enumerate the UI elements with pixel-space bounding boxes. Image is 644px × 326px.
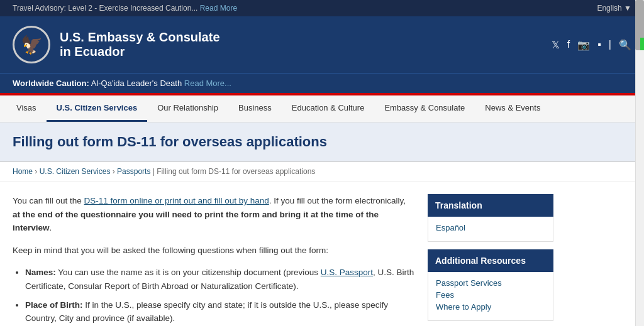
worldwide-caution-bar: Worldwide Caution: Al-Qa'ida Leader's De… [0,73,644,93]
divider: | [609,39,611,50]
list-item-place-of-birth: Place of Birth: If in the U.S., please s… [25,298,415,325]
worldwide-caution-read-more[interactable]: Read More... [184,79,231,88]
embassy-title: U.S. Embassy & Consulatein Ecuador [60,30,220,59]
where-to-apply-link[interactable]: Where to Apply [436,302,545,312]
travel-advisory-read-more[interactable]: Read More [200,4,237,13]
passport-services-link[interactable]: Passport Services [436,278,545,288]
main-content: You can fill out the DS-11 form online o… [0,182,644,326]
breadcrumb: Home › U.S. Citizen Services › Passports… [0,162,644,182]
worldwide-caution-label: Worldwide Caution: [13,79,89,88]
breadcrumb-home[interactable]: Home [13,167,33,176]
intro-paragraph-2: Keep in mind that you will be asked the … [13,244,415,258]
additional-resources-box: Additional Resources Passport Services F… [428,249,553,321]
youtube-icon[interactable]: ▪ [597,39,601,50]
language-selector[interactable]: English ▼ [597,4,631,13]
list-item-names: Names: You can use the name as it is on … [25,266,415,293]
breadcrumb-current: Filling out form DS-11 for overseas appl… [157,167,315,176]
nav-visas[interactable]: Visas [6,95,47,122]
translation-box: Translation Español [428,194,553,242]
nav-embassy-consulate[interactable]: Embassy & Consulate [374,95,475,122]
page-title: Filling out form DS-11 for overseas appl… [13,134,631,150]
instagram-icon[interactable]: 📷 [577,39,590,51]
form-questions-list: Names: You can use the name as it is on … [25,266,415,326]
intro-paragraph: You can fill out the DS-11 form online o… [13,194,415,235]
embassy-seal: 🦅 [13,26,50,63]
additional-resources-body: Passport Services Fees Where to Apply [428,272,553,321]
main-navigation: Visas U.S. Citizen Services Our Relation… [0,95,644,122]
nav-our-relationship[interactable]: Our Relationship [147,95,228,122]
breadcrumb-citizen-services[interactable]: U.S. Citizen Services [40,167,111,176]
header-brand: 🦅 U.S. Embassy & Consulatein Ecuador [13,26,220,63]
worldwide-caution-text: Al-Qa'ida Leader's Death [91,79,182,88]
nav-education-culture[interactable]: Education & Culture [282,95,375,122]
page-title-bar: Filling out form DS-11 for overseas appl… [0,122,644,162]
content-body: You can fill out the DS-11 form online o… [13,194,415,326]
social-icons: 𝕏 f 📷 ▪ | 🔍 [552,39,631,51]
search-icon[interactable]: 🔍 [619,39,631,51]
us-passport-link[interactable]: U.S. Passport [321,268,373,277]
travel-advisory-text: Travel Advisory: Level 2 - Exercise Incr… [13,4,237,13]
translation-box-body: Español [428,217,553,242]
green-indicator [640,38,644,50]
additional-resources-header: Additional Resources [428,249,553,272]
site-header: 🦅 U.S. Embassy & Consulatein Ecuador 𝕏 f… [0,16,644,73]
fees-link[interactable]: Fees [436,290,545,300]
facebook-icon[interactable]: f [567,39,570,50]
twitter-icon[interactable]: 𝕏 [552,39,560,51]
travel-advisory-bar: Travel Advisory: Level 2 - Exercise Incr… [0,0,644,16]
nav-citizen-services[interactable]: U.S. Citizen Services [47,95,148,122]
sidebar: Translation Español Additional Resources… [428,194,553,326]
breadcrumb-passports[interactable]: Passports [117,167,150,176]
nav-news-events[interactable]: News & Events [475,95,550,122]
nav-business[interactable]: Business [228,95,282,122]
espanol-link[interactable]: Español [436,223,545,232]
ds11-form-link[interactable]: DS-11 form online or print out and fill … [84,196,269,205]
translation-box-header: Translation [428,194,553,217]
